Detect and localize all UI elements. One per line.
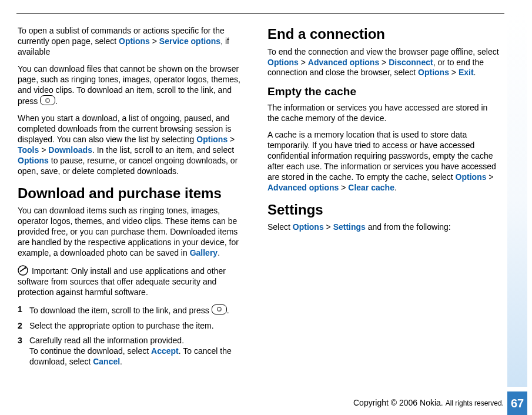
step-number: 3 bbox=[18, 336, 29, 367]
kw-accept: Accept bbox=[151, 346, 179, 356]
list-item: 2 Select the appropriate option to purch… bbox=[18, 321, 251, 332]
kw-options: Options bbox=[267, 58, 299, 67]
selection-key-icon bbox=[40, 95, 55, 105]
side-tab bbox=[507, 14, 527, 387]
kw-clear-cache: Clear cache bbox=[348, 183, 394, 192]
side-tab-label: Services bbox=[530, 44, 532, 93]
paragraph: The information or services you have acc… bbox=[267, 103, 501, 124]
heading-settings: Settings bbox=[267, 202, 501, 218]
kw-exit: Exit bbox=[459, 68, 474, 77]
kw-options: Options bbox=[119, 36, 150, 46]
kw-downloads: Downloads bbox=[48, 145, 92, 155]
paragraph: To open a sublist of commands or actions… bbox=[18, 26, 251, 58]
heading-end-connection: End a connection bbox=[267, 26, 501, 42]
page: Services To open a sublist of commands o… bbox=[0, 0, 532, 415]
kw-options: Options bbox=[418, 68, 449, 77]
paragraph: When you start a download, a list of ong… bbox=[18, 113, 251, 176]
selection-key-icon bbox=[212, 304, 227, 314]
step-number: 1 bbox=[18, 304, 29, 316]
footer: Copyright © 2006 Nokia. All rights reser… bbox=[0, 398, 504, 407]
kw-disconnect: Disconnect bbox=[389, 58, 433, 67]
top-rule bbox=[16, 13, 504, 14]
rights-reserved: All rights reserved. bbox=[446, 399, 504, 407]
kw-gallery: Gallery bbox=[190, 248, 218, 257]
paragraph: A cache is a memory location that is use… bbox=[267, 130, 501, 193]
kw-service-options: Service options bbox=[159, 36, 220, 46]
copyright: Copyright © 2006 Nokia. bbox=[353, 398, 443, 407]
kw-cancel: Cancel bbox=[93, 357, 120, 366]
kw-options: Options bbox=[456, 172, 487, 182]
heading-download: Download and purchase items bbox=[18, 185, 251, 202]
kw-options: Options bbox=[18, 156, 49, 165]
paragraph: You can download files that cannot be sh… bbox=[18, 64, 251, 108]
kw-options: Options bbox=[196, 135, 227, 144]
body-text: To open a sublist of commands or actions… bbox=[18, 26, 501, 379]
page-number: 67 bbox=[507, 391, 527, 415]
important-icon bbox=[18, 265, 28, 276]
kw-advanced-options: Advanced options bbox=[308, 58, 379, 67]
paragraph: To end the connection and view the brows… bbox=[267, 47, 501, 79]
important-note: Important: Only install and use applicat… bbox=[18, 265, 251, 298]
list-item: 3 Carefully read all the information pro… bbox=[18, 336, 251, 367]
kw-settings: Settings bbox=[333, 222, 366, 232]
step-number: 2 bbox=[18, 321, 29, 332]
paragraph: You can download items such as ringing t… bbox=[18, 206, 251, 259]
kw-options: Options bbox=[293, 222, 324, 232]
kw-advanced-options: Advanced options bbox=[267, 183, 339, 192]
paragraph: Select Options > Settings and from the f… bbox=[267, 222, 501, 233]
list-item: 1 To download the item, scroll to the li… bbox=[18, 304, 251, 316]
svg-point-0 bbox=[18, 266, 28, 275]
kw-tools: Tools bbox=[18, 145, 39, 155]
heading-empty-cache: Empty the cache bbox=[267, 85, 501, 99]
